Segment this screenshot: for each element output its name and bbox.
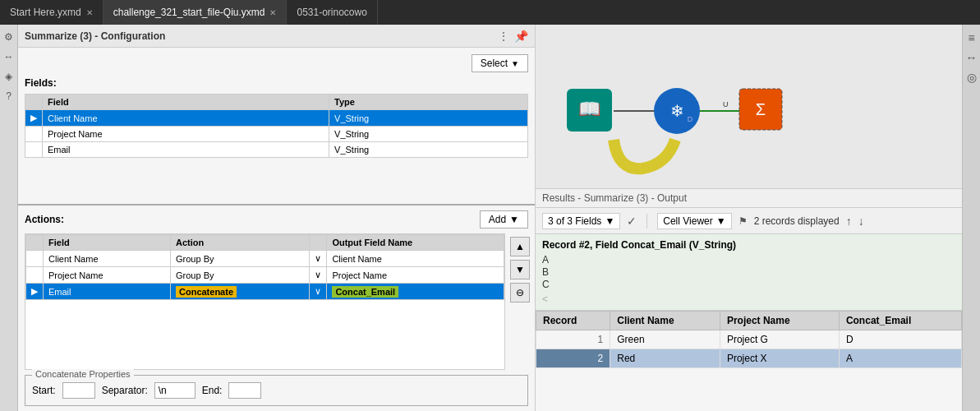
col-client: Client Name — [610, 312, 720, 330]
actions-content: Field Action Output Field Name Client Na… — [18, 233, 535, 370]
move-up-button[interactable]: ▲ — [510, 237, 530, 256]
tab-label-challenge: challenge_321_start_file-Qiu.yxmd — [113, 7, 265, 18]
config-header: Summarize (3) - Configuration ⋮ 📌 — [18, 25, 535, 48]
table-row[interactable]: 1 Green Project G D — [536, 330, 962, 349]
preview-line-b: B — [542, 266, 955, 278]
sidebar-arrow-icon[interactable]: ↔ — [4, 51, 14, 62]
pin-icon[interactable]: 📌 — [514, 30, 528, 43]
table-row[interactable]: Email V_String — [25, 142, 528, 158]
select-button[interactable]: Select ▼ — [472, 54, 528, 72]
cell-viewer-arrow-icon: ▼ — [716, 215, 726, 227]
mini-arrow-icon[interactable]: ↔ — [966, 51, 978, 64]
results-header: Results - Summarize (3) - Output — [536, 189, 962, 208]
start-input[interactable] — [62, 382, 95, 399]
table-row[interactable]: ▶ Email Concatenate ∨ Concat_Email — [26, 284, 504, 300]
col-record: Record — [536, 312, 610, 330]
preview-line-a: A — [542, 254, 955, 266]
check-icon[interactable]: ✓ — [627, 215, 637, 228]
client-name: Green — [610, 330, 720, 349]
end-label: End: — [202, 385, 223, 396]
fields-select-button[interactable]: 3 of 3 Fields ▼ — [542, 213, 620, 229]
svg-text:Σ: Σ — [756, 100, 766, 118]
records-count: 2 records displayed — [754, 215, 840, 227]
row-arrow — [26, 251, 44, 267]
row-action: Group By — [171, 251, 310, 267]
select-arrow-icon: ▼ — [511, 59, 519, 68]
fields-table: Field Type ▶ Client Name V_String — [25, 94, 528, 158]
sidebar-question-icon[interactable]: ? — [6, 90, 12, 102]
svg-text:❄: ❄ — [670, 102, 684, 120]
row-field: Client Name — [44, 251, 171, 267]
row-output: Concat_Email — [327, 284, 504, 300]
config-panel: Summarize (3) - Configuration ⋮ 📌 Select… — [18, 25, 535, 206]
tab-challenge[interactable]: challenge_321_start_file-Qiu.yxmd ✕ — [104, 0, 288, 25]
row-type: V_String — [329, 127, 528, 142]
svg-text:📖: 📖 — [578, 98, 601, 120]
separator-label: Separator: — [102, 385, 148, 396]
row-field: Project Name — [43, 127, 329, 142]
concat-props-title: Concatenate Properties — [32, 369, 134, 379]
results-preview: Record #2, Field Concat_Email (V_String)… — [536, 234, 962, 311]
tab-label-orinoco: 0531-orinocowo — [297, 7, 366, 18]
row-type: V_String — [329, 110, 528, 127]
end-input[interactable] — [228, 382, 261, 399]
tab-close-start[interactable]: ✕ — [86, 8, 93, 17]
actions-header: Actions: Add ▼ — [18, 206, 535, 233]
config-title: Summarize (3) - Configuration — [25, 30, 165, 42]
row-arrow: ▶ — [26, 284, 44, 300]
table-row[interactable]: ▶ Client Name V_String — [25, 110, 528, 127]
table-row[interactable]: 2 Red Project X A — [536, 349, 962, 368]
add-button[interactable]: Add ▼ — [480, 210, 528, 229]
more-icon[interactable]: ⋮ — [498, 30, 509, 43]
move-down-button[interactable]: ▼ — [510, 260, 530, 279]
app-container: Start Here.yxmd ✕ challenge_321_start_fi… — [0, 0, 980, 411]
row-dd: ∨ — [310, 251, 327, 267]
mini-list-icon[interactable]: ≡ — [968, 31, 974, 44]
results-table: Record Client Name Project Name Concat_E… — [536, 311, 962, 368]
select-btn-row: Select ▼ — [25, 54, 528, 72]
nav-down-button[interactable]: ↓ — [858, 215, 864, 228]
sidebar-tag-icon[interactable]: ◈ — [5, 71, 12, 82]
workflow-area: 📖 ❄ D Σ U — [536, 25, 962, 189]
cell-viewer-button[interactable]: Cell Viewer ▼ — [657, 213, 731, 229]
tab-close-challenge[interactable]: ✕ — [269, 8, 276, 17]
sidebar-gear-icon[interactable]: ⚙ — [4, 31, 13, 43]
col-output: Output Field Name — [327, 235, 504, 251]
filter-icon[interactable]: ⚑ — [738, 215, 748, 227]
tab-start-here[interactable]: Start Here.yxmd ✕ — [0, 0, 104, 25]
row-field: Project Name — [44, 267, 171, 284]
client-name: Red — [610, 349, 720, 368]
row-action: Group By — [171, 267, 310, 284]
table-row[interactable]: Project Name Group By ∨ Project Name — [26, 267, 504, 284]
add-arrow-icon: ▼ — [509, 214, 519, 225]
project-name: Project X — [720, 349, 839, 368]
mini-circle-icon[interactable]: ◎ — [967, 71, 977, 84]
row-output: Client Name — [327, 251, 504, 267]
row-arrow — [26, 267, 44, 284]
config-icons: ⋮ 📌 — [498, 30, 528, 43]
actions-side-buttons: ▲ ▼ ⊖ — [505, 233, 535, 370]
concat-email: D — [839, 330, 961, 349]
separator-input[interactable] — [154, 382, 196, 399]
table-row[interactable]: Client Name Group By ∨ Client Name — [26, 251, 504, 267]
record-num: 2 — [536, 349, 610, 368]
col-type: Type — [329, 95, 528, 110]
col-field: Field — [43, 95, 329, 110]
nav-up-button[interactable]: ↑ — [846, 215, 852, 228]
remove-button[interactable]: ⊖ — [510, 283, 530, 302]
fields-chevron-icon: ▼ — [605, 215, 614, 227]
concat-email: A — [839, 349, 961, 368]
col-dropdown — [310, 235, 327, 251]
concat-properties: Concatenate Properties Start: Separator:… — [25, 375, 528, 406]
concat-output-badge: Concat_Email — [332, 286, 398, 298]
main-layout: ⚙ ↔ ◈ ? Summarize (3) - Configuration ⋮ … — [0, 25, 980, 411]
row-type: V_String — [329, 142, 528, 158]
tab-orinoco[interactable]: 0531-orinocowo — [287, 0, 377, 25]
concat-props-row: Start: Separator: End: — [32, 382, 521, 399]
row-field: Email — [44, 284, 171, 300]
concat-badge: Concatenate — [176, 286, 237, 298]
table-row[interactable]: Project Name V_String — [25, 127, 528, 142]
col-field: Field — [44, 235, 171, 251]
row-dd: ∨ — [310, 284, 327, 300]
results-table-wrap: Record Client Name Project Name Concat_E… — [536, 311, 962, 411]
